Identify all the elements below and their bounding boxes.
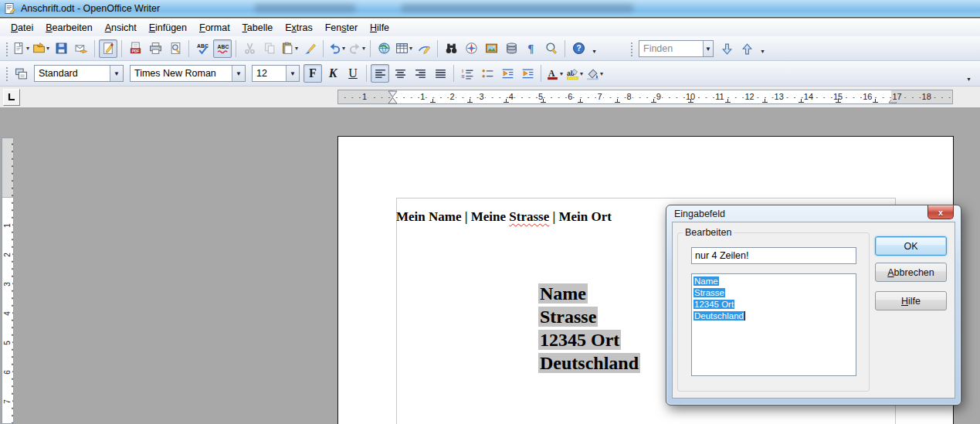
toolbar-grip[interactable] bbox=[629, 41, 633, 56]
align-left-button[interactable] bbox=[371, 64, 389, 83]
justify-button[interactable] bbox=[431, 64, 449, 83]
address-field-line[interactable]: Deutschland bbox=[538, 351, 640, 375]
paste-icon bbox=[281, 42, 294, 55]
address-field-text: Deutschland bbox=[538, 353, 640, 373]
auto-spellcheck-button[interactable]: ABC bbox=[213, 39, 232, 58]
reference-input[interactable] bbox=[691, 247, 856, 264]
styles-window-button[interactable] bbox=[12, 64, 30, 83]
svg-text:?: ? bbox=[576, 44, 581, 53]
font-size-combobox[interactable]: 12 ▼ bbox=[252, 65, 300, 82]
font-color-button[interactable]: A▾ bbox=[545, 64, 564, 83]
address-field-line[interactable]: Name bbox=[538, 282, 640, 305]
navigator-button[interactable] bbox=[462, 39, 480, 58]
dialog-close-button[interactable]: x bbox=[927, 205, 954, 219]
menu-fenster[interactable]: Fenster bbox=[319, 20, 364, 36]
draw-functions-button[interactable] bbox=[415, 39, 433, 58]
indent-marker[interactable] bbox=[388, 90, 398, 104]
address-field-block[interactable]: NameStrasse12345 OrtDeutschland bbox=[538, 282, 640, 375]
address-field-line[interactable]: Strasse bbox=[538, 305, 640, 328]
email-button[interactable] bbox=[72, 39, 90, 58]
undo-icon bbox=[328, 42, 341, 55]
chevron-down-icon[interactable]: ▾ bbox=[409, 45, 412, 52]
paste-button[interactable]: ▾ bbox=[280, 39, 299, 58]
help-button[interactable]: Hilfe bbox=[875, 291, 947, 310]
toolbar-overflow-button[interactable]: ▾ bbox=[589, 46, 599, 57]
undo-button[interactable]: ▾ bbox=[327, 39, 346, 58]
paragraph-style-combobox[interactable]: Standard ▼ bbox=[34, 65, 124, 82]
chevron-down-icon[interactable]: ▾ bbox=[362, 45, 365, 52]
ruler-row: 1123456789101112131415161718 bbox=[0, 86, 980, 107]
find-combobox[interactable]: ▼ bbox=[639, 40, 714, 57]
menubar: DateiBearbeitenAnsichtEinfügenFormatTabe… bbox=[0, 19, 980, 36]
address-field-text: Name bbox=[538, 283, 588, 304]
print-button[interactable] bbox=[146, 39, 164, 58]
decrease-indent-button[interactable] bbox=[498, 64, 517, 83]
hyperlink-button[interactable] bbox=[375, 39, 393, 58]
toolbar-grip[interactable] bbox=[5, 66, 8, 81]
toolbar-grip[interactable] bbox=[5, 41, 8, 56]
cancel-button[interactable]: Abbrechen bbox=[875, 263, 947, 282]
help-button[interactable]: ? bbox=[569, 39, 588, 58]
toolbar-separator bbox=[188, 40, 189, 57]
zoom-button[interactable] bbox=[542, 39, 561, 58]
toolbar-separator bbox=[94, 40, 95, 57]
chevron-down-icon[interactable]: ▾ bbox=[580, 70, 583, 77]
save-button[interactable] bbox=[52, 39, 70, 58]
edit-file-button[interactable] bbox=[99, 39, 117, 58]
find-toolbar-overflow-button[interactable]: ▾ bbox=[758, 46, 768, 57]
field-content-textarea[interactable]: NameStrasse12345 OrtDeutschland bbox=[691, 273, 856, 376]
bold-button[interactable]: F bbox=[303, 64, 322, 83]
chevron-down-icon[interactable]: ▼ bbox=[110, 66, 123, 81]
chevron-down-icon[interactable]: ▾ bbox=[295, 45, 298, 52]
chevron-down-icon[interactable]: ▼ bbox=[703, 41, 713, 56]
spellcheck-button[interactable]: ABC bbox=[193, 39, 212, 58]
formatting-toolbar: Standard ▼ Times New Roman ▼ 12 ▼ FKUIII… bbox=[0, 61, 980, 86]
insert-table-button[interactable]: ▾ bbox=[395, 39, 413, 58]
numbered-list-button[interactable]: III bbox=[458, 64, 476, 83]
menu-einfügen[interactable]: Einfügen bbox=[143, 20, 193, 36]
gallery-button[interactable] bbox=[482, 39, 500, 58]
chevron-down-icon[interactable]: ▼ bbox=[232, 66, 245, 81]
export-pdf-button[interactable]: PDF bbox=[126, 39, 144, 58]
menu-bearbeiten[interactable]: Bearbeiten bbox=[39, 20, 98, 36]
document-header-line[interactable]: Mein Name | Meine Strasse | Mein Ort bbox=[396, 209, 612, 225]
underline-button[interactable]: U bbox=[344, 64, 362, 83]
menu-tabelle[interactable]: Tabelle bbox=[236, 20, 280, 36]
menu-format[interactable]: Format bbox=[193, 20, 236, 36]
menu-datei[interactable]: Datei bbox=[5, 20, 39, 36]
new-document-button[interactable]: ▾ bbox=[12, 39, 30, 58]
textarea-line: 12345 Ort bbox=[693, 299, 854, 310]
ok-button-label: OK bbox=[904, 241, 917, 252]
chevron-down-icon[interactable]: ▾ bbox=[560, 70, 563, 77]
ok-button[interactable]: OK bbox=[875, 236, 947, 256]
page-preview-button[interactable] bbox=[166, 39, 185, 58]
chevron-down-icon[interactable]: ▾ bbox=[26, 45, 29, 52]
menu-ansicht[interactable]: Ansicht bbox=[99, 20, 143, 36]
align-center-button[interactable] bbox=[391, 64, 409, 83]
menu-extras[interactable]: Extras bbox=[279, 20, 318, 36]
find-previous-button[interactable] bbox=[738, 39, 756, 58]
chevron-down-icon[interactable]: ▾ bbox=[342, 45, 345, 52]
find-next-button[interactable] bbox=[717, 39, 736, 58]
menu-hilfe[interactable]: Hilfe bbox=[364, 20, 395, 36]
chevron-down-icon[interactable]: ▾ bbox=[600, 70, 603, 77]
chevron-down-icon[interactable]: ▼ bbox=[286, 66, 299, 81]
chevron-down-icon[interactable]: ▾ bbox=[46, 45, 49, 52]
background-color-button[interactable]: ▾ bbox=[585, 64, 604, 83]
formatting-marks-button[interactable]: ¶ bbox=[522, 39, 541, 58]
find-input[interactable] bbox=[639, 43, 703, 54]
styles-window-icon bbox=[15, 67, 28, 80]
bullet-list-button[interactable] bbox=[478, 64, 497, 83]
tab-stop-selector[interactable] bbox=[3, 89, 20, 106]
highlighting-button[interactable]: ab▾ bbox=[565, 64, 584, 83]
increase-indent-button[interactable] bbox=[518, 64, 537, 83]
italic-button[interactable]: K bbox=[324, 64, 342, 83]
align-right-button[interactable] bbox=[411, 64, 429, 83]
address-field-line[interactable]: 12345 Ort bbox=[538, 328, 640, 351]
find-replace-button[interactable] bbox=[442, 39, 460, 58]
clone-formatting-button[interactable] bbox=[300, 39, 319, 58]
font-name-combobox[interactable]: Times New Roman ▼ bbox=[130, 65, 246, 82]
open-button[interactable]: ▾ bbox=[32, 39, 50, 58]
formatting-toolbar-overflow-button[interactable]: ▾ bbox=[964, 73, 974, 85]
data-sources-button[interactable] bbox=[502, 39, 521, 58]
